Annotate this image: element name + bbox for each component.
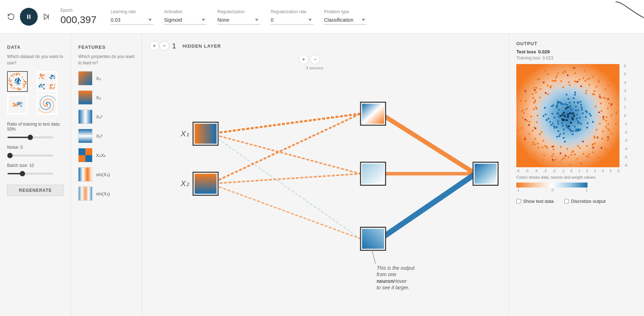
dataset-spiral[interactable] [37,94,57,115]
pause-button[interactable] [20,8,38,26]
feature-sinx1-label: sin(X₁) [96,172,110,177]
loss-chart [616,0,644,21]
regularization-label: Regularization [217,9,260,14]
svg-rect-17 [195,174,217,194]
x-axis-labels: -6 -5 -4 -3 -2 -1 0 1 2 3 4 5 6 [516,169,619,173]
feature-x1sq[interactable]: X₁² [78,110,135,124]
dataset-xor[interactable] [37,71,57,92]
epoch-value: 000,397 [60,14,96,26]
discretize-label: Discretize output [571,199,606,204]
noise-slider-group: Noise: 0 [7,145,64,157]
discretize-checkbox-label[interactable]: Discretize output [564,199,606,204]
batch-label: Batch size: 10 [7,163,64,168]
feature-x1x2-label: X₁X₂ [96,153,106,158]
dataset-grid [7,71,64,115]
hidden-layer-title: HIDDEN LAYER [182,43,221,49]
feature-x1x2[interactable]: X₁X₂ [78,148,135,162]
add-neuron-button[interactable]: + [299,54,309,64]
network-svg: X₁ X₂ This is th [149,74,502,316]
ratio-label: Ratio of training to test data: 50% [7,122,64,132]
svg-text:X₁: X₁ [180,129,189,138]
reset-button[interactable] [7,13,15,21]
output-visualization: 6 5 4 3 2 1 0 -1 -2 -3 -4 -5 -6 -6 [516,64,637,167]
feature-x1sq-label: X₁² [96,114,102,120]
feature-x2sq[interactable]: X₂² [78,129,135,143]
regularization-select[interactable]: NoneL1L2 [217,16,260,25]
layer-count: 1 [172,42,176,50]
add-layer-button[interactable]: + [149,41,159,51]
show-test-checkbox[interactable] [516,199,521,204]
show-test-label: Show test data [523,199,554,204]
colorbar-ticks: -1 0 1 [516,188,587,192]
activation-select[interactable]: SigmoidReLUTanhLinear [164,16,207,25]
network-svg-container: X₁ X₂ This is th [149,74,502,316]
dataset-circle[interactable] [7,71,28,92]
colorbar [516,183,587,188]
test-loss-label: Test loss [516,49,536,54]
remove-neuron-button[interactable]: − [310,54,320,64]
train-loss-row: Training loss 0.023 [516,56,553,60]
svg-rect-20 [362,104,384,123]
problem-type-select[interactable]: ClassificationRegression [324,16,367,25]
regenerate-button[interactable]: REGENERATE [7,185,64,196]
batch-slider[interactable] [7,173,53,174]
y-axis-labels: 6 5 4 3 2 1 0 -1 -2 -3 -4 -5 -6 [624,64,627,167]
dataset-gaussian[interactable] [7,94,28,115]
remove-layer-button[interactable]: − [159,41,169,51]
svg-text:This is the output: This is the output [377,265,415,271]
batch-slider-group: Batch size: 10 [7,163,64,175]
feature-sinx2[interactable]: sin(X₂) [78,186,135,201]
svg-rect-24 [362,229,384,249]
data-title: DATA [7,44,64,50]
svg-line-12 [380,174,475,239]
svg-text:to see it larger.: to see it larger. [377,285,409,290]
step-forward-button[interactable] [43,13,50,20]
train-loss-value: 0.023 [543,56,553,60]
svg-rect-22 [362,164,384,184]
show-test-checkbox-label[interactable]: Show test data [516,199,554,204]
svg-rect-14 [195,124,217,144]
ratio-slider[interactable] [7,137,53,138]
activation-label: Activation [164,9,207,14]
svg-line-10 [380,114,475,174]
data-panel: DATA Which dataset do you want to use? R… [0,34,71,316]
reg-rate-select[interactable]: 00.0010.0030.01 0.030.10.31 310 [271,16,313,25]
learning-rate-label: Learning rate [111,9,153,14]
svg-text:. Hover: . Hover [390,278,407,284]
neuron-controls: + − [299,54,502,64]
learning-rate-group: Learning rate 0.030.000010.00010.001 0.0… [111,9,153,25]
svg-line-5 [211,134,361,174]
features-panel: FEATURES Which properties do you want to… [71,34,142,316]
problem-type-group: Problem type ClassificationRegression [324,9,367,25]
reg-rate-label: Regularization rate [271,9,313,14]
playback-controls [7,8,50,26]
feature-x1[interactable]: X₁ [78,71,135,85]
svg-rect-0 [27,15,28,19]
features-title: FEATURES [78,44,135,50]
data-desc: Which dataset do you want to use? [7,53,64,66]
test-loss-value: 0.029 [538,49,550,54]
feature-x2-label: X₂ [96,95,101,100]
output-title: OUTPUT [516,41,637,46]
colorbar-row [516,183,637,188]
checkboxes-row: Show test data Discretize output [516,199,637,204]
discretize-checkbox[interactable] [564,199,569,204]
svg-rect-26 [474,164,496,184]
loss-values: Test loss 0.029 Training loss 0.023 [516,49,553,60]
svg-line-8 [211,174,361,184]
svg-line-9 [211,184,361,239]
activation-group: Activation SigmoidReLUTanhLinear [164,9,207,25]
feature-x2[interactable]: X₂ [78,90,135,105]
topbar: Epoch 000,397 Learning rate 0.030.000010… [0,0,644,34]
reg-rate-group: Regularization rate 00.0010.0030.01 0.03… [271,9,313,25]
noise-slider[interactable] [7,155,53,156]
colorbar-label: Colors shows data, neuron and weight val… [516,174,637,180]
feature-sinx1[interactable]: sin(X₁) [78,167,135,181]
feature-sinx2-label: sin(X₂) [96,191,110,196]
network-header: + − 1 HIDDEN LAYER [149,41,502,51]
noise-label: Noise: 0 [7,145,64,150]
feature-x1-label: X₁ [96,76,101,81]
features-desc: Which properties do you want to feed in? [78,53,135,66]
svg-line-27 [372,250,376,264]
learning-rate-select[interactable]: 0.030.000010.00010.001 0.0030.010.10.3 1… [111,16,153,25]
